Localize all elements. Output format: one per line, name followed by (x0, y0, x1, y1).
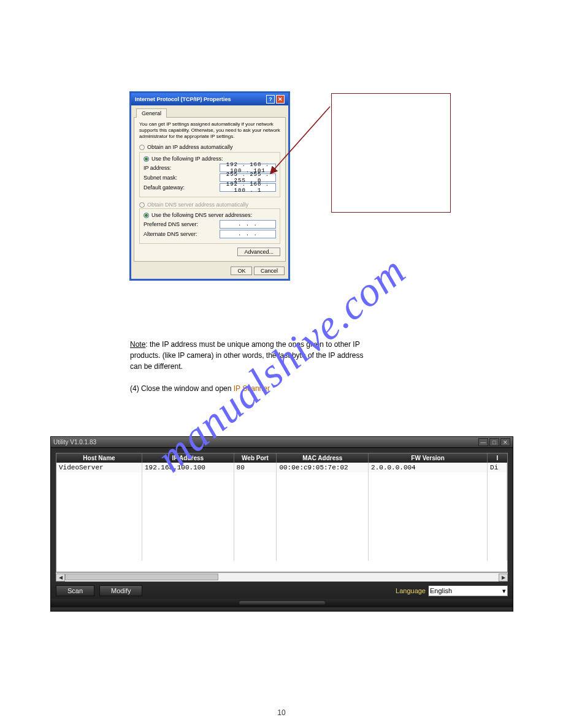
col-ip-address[interactable]: IP Address (142, 453, 234, 463)
cell-ip: 192.168.100.100 (142, 463, 234, 472)
chevron-down-icon: ▾ (502, 587, 506, 595)
subnet-mask-field[interactable]: 255 . 255 . 255 . 0 (220, 173, 276, 182)
scroll-track[interactable] (65, 574, 499, 582)
preferred-dns-label: Preferred DNS server: (144, 221, 220, 227)
alternate-dns-field[interactable]: . . . (220, 230, 276, 238)
radio-use-following-dns[interactable]: Use the following DNS server addresses: (144, 211, 276, 219)
cell-fw: 2.0.0.0.004 (369, 463, 488, 472)
modify-button[interactable]: Modify (99, 585, 142, 596)
note-text: : the IP address must be unique among th… (145, 340, 359, 349)
radio-obtain-dns-auto: Obtain DNS server address automatically (139, 201, 280, 208)
scroll-thumb[interactable] (65, 574, 218, 580)
language-label: Language (396, 587, 426, 594)
col-web-port[interactable]: Web Port (234, 453, 277, 463)
dns-group: Use the following DNS server addresses: … (139, 208, 280, 244)
horizontal-scrollbar[interactable]: ◀ ▶ (56, 572, 508, 582)
alternate-dns-label: Alternate DNS server: (144, 231, 220, 237)
help-icon[interactable]: ? (266, 95, 275, 104)
cell-host: VideoServer (56, 463, 142, 472)
ip-group: Use the following IP address: IP address… (139, 152, 280, 197)
radio-obtain-ip-auto[interactable]: Obtain an IP address automatically (139, 143, 280, 151)
table-row (56, 541, 507, 551)
radio-icon (144, 213, 149, 218)
page-number: 10 (0, 708, 563, 717)
table-row (56, 472, 507, 482)
radio-label: Use the following IP address: (151, 156, 223, 162)
tab-general[interactable]: General (136, 108, 167, 118)
preferred-dns-field[interactable]: . . . (220, 220, 276, 229)
col-fw-version[interactable]: FW Version (369, 453, 488, 463)
table-row (56, 551, 507, 561)
minimize-icon[interactable]: — (478, 438, 488, 446)
close-icon[interactable]: ✕ (276, 95, 285, 104)
col-mac-address[interactable]: MAC Address (277, 453, 369, 463)
col-host-name[interactable]: Host Name (56, 453, 142, 463)
cancel-button[interactable]: Cancel (254, 267, 285, 275)
note-text-2: products. (like IP camera) in other word… (130, 350, 455, 361)
language-value: English (430, 587, 452, 594)
table-row (56, 482, 507, 492)
table-row (56, 502, 507, 512)
radio-icon (144, 156, 149, 162)
radio-label: Use the following DNS server addresses: (151, 212, 252, 218)
blank-annotation-box (331, 93, 451, 213)
table-row (56, 521, 507, 531)
device-table: Host Name IP Address Web Port MAC Addres… (56, 453, 508, 572)
default-gateway-field[interactable]: 192 . 168 . 100 . 1 (220, 183, 276, 192)
ip-address-label: IP address: (144, 165, 220, 171)
maximize-icon[interactable]: □ (489, 438, 499, 446)
help-text: You can get IP settings assigned automat… (139, 121, 280, 140)
cell-mac: 00:0e:c9:05:7e:02 (277, 463, 369, 472)
dialog-titlebar[interactable]: Internet Protocol (TCP/IP) Properties ? … (131, 93, 288, 105)
table-row (56, 492, 507, 502)
table-row (56, 512, 507, 521)
window-footer (51, 599, 513, 607)
radio-label: Obtain an IP address automatically (147, 144, 232, 150)
utility-window: Utility V1.0.1.83 — □ ✕ Host Name IP Add… (50, 436, 513, 612)
ip-address-field[interactable]: 192 . 168 . 100 . 101 (220, 164, 276, 172)
default-gateway-label: Default gateway: (144, 184, 220, 191)
cell-trail: Di (488, 463, 507, 472)
col-trailing[interactable]: I (488, 453, 507, 463)
utility-title: Utility V1.0.1.83 (53, 439, 96, 446)
tcpip-properties-dialog: Internet Protocol (TCP/IP) Properties ? … (130, 92, 289, 280)
scroll-left-icon[interactable]: ◀ (56, 574, 65, 582)
subnet-mask-label: Subnet mask: (144, 175, 220, 181)
ok-button[interactable]: OK (231, 267, 252, 275)
dialog-title: Internet Protocol (TCP/IP) Properties (135, 96, 231, 102)
table-row[interactable]: VideoServer 192.168.100.100 80 00:0e:c9:… (56, 463, 507, 472)
close-icon[interactable]: ✕ (500, 438, 510, 446)
body-text: Note: the IP address must be unique amon… (130, 339, 455, 394)
radio-label: Obtain DNS server address automatically (147, 202, 248, 208)
cell-port: 80 (234, 463, 277, 472)
advanced-button[interactable]: Advanced... (237, 248, 280, 256)
utility-titlebar[interactable]: Utility V1.0.1.83 — □ ✕ (51, 437, 513, 448)
table-header-row: Host Name IP Address Web Port MAC Addres… (56, 453, 507, 463)
note-label: Note (130, 340, 145, 349)
radio-icon (139, 145, 145, 150)
note-text-3: can be different. (130, 361, 455, 372)
ip-scanner-link[interactable]: IP Scanner (234, 384, 270, 393)
table-row (56, 531, 507, 541)
scan-button[interactable]: Scan (56, 585, 94, 596)
scroll-right-icon[interactable]: ▶ (499, 574, 508, 582)
language-select[interactable]: English ▾ (428, 585, 508, 596)
step-text: (4) Close the window and open (130, 384, 234, 393)
radio-icon (139, 202, 145, 208)
